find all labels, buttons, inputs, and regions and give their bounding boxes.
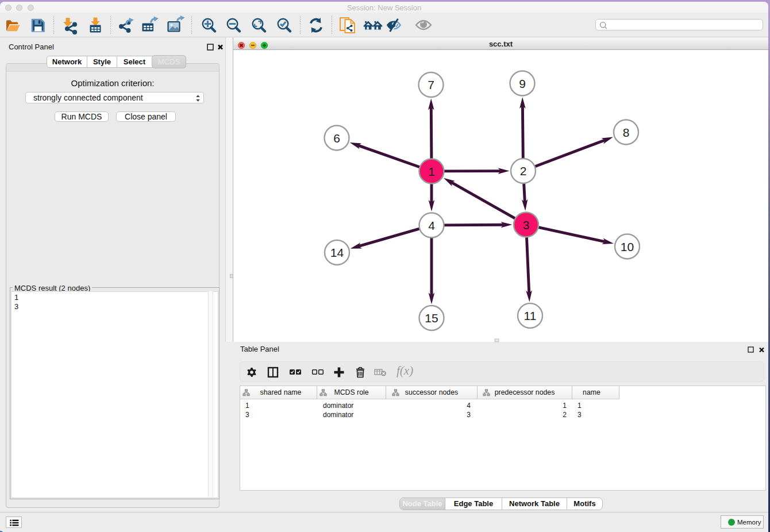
svg-text:4: 4 (428, 219, 435, 232)
svg-text:14: 14 (330, 246, 344, 259)
svg-text:3: 3 (523, 218, 530, 232)
svg-text:7: 7 (428, 78, 434, 91)
svg-text:9: 9 (519, 77, 526, 90)
svg-text:11: 11 (524, 309, 537, 322)
svg-text:10: 10 (621, 240, 634, 253)
svg-text:8: 8 (623, 126, 630, 139)
svg-text:6: 6 (333, 132, 340, 145)
svg-text:2: 2 (520, 164, 527, 178)
svg-text:15: 15 (425, 311, 438, 325)
svg-text:1: 1 (428, 165, 435, 178)
